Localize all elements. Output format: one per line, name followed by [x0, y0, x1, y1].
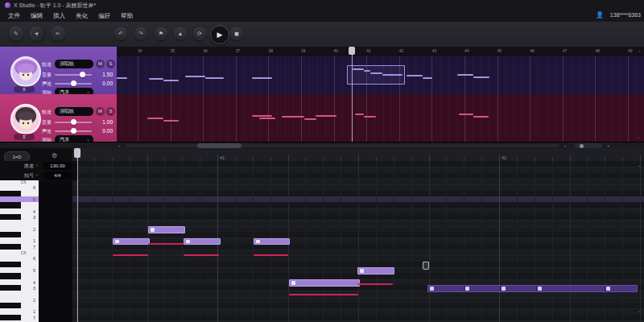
note[interactable]	[289, 279, 360, 287]
note-separator	[536, 286, 537, 291]
pan-knob[interactable]	[71, 80, 76, 86]
note-selected[interactable]	[427, 285, 638, 292]
user-account[interactable]: 138****6363	[610, 12, 641, 18]
playhead-handle[interactable]	[349, 47, 355, 55]
piano-roll-ruler[interactable]: 4142	[72, 148, 644, 162]
undo-button[interactable]: ↶	[114, 27, 127, 40]
select-tool-button[interactable]: ➤	[27, 23, 47, 43]
tempo-value[interactable]: 130.00	[43, 162, 72, 170]
menu-item-6[interactable]: 帮助	[121, 12, 133, 20]
solo-button[interactable]: S	[106, 60, 115, 68]
menu-item-2[interactable]: 编辑	[31, 12, 43, 20]
track2-overview[interactable]	[117, 94, 644, 142]
menu-item-5[interactable]: 偏好	[98, 12, 110, 20]
grid-line	[538, 94, 539, 142]
lyric-chip	[151, 228, 155, 232]
playhead-handle[interactable]	[74, 148, 80, 158]
loop-button[interactable]: ⟳	[193, 27, 206, 40]
note[interactable]	[184, 238, 221, 246]
tempo-row: 曲速 ‹ 130.00	[0, 161, 78, 171]
ruler-tick	[429, 155, 430, 161]
track-type-dropdown[interactable]: 演唱轨	[55, 107, 93, 116]
track-avatar[interactable]	[10, 56, 41, 87]
track-collapse-button[interactable]: ≡	[14, 134, 35, 140]
piano-roll: 4142 C66543217C56543217C4 1=D ⚙ 曲速 ‹ 130…	[0, 148, 644, 322]
solo-button[interactable]: S	[106, 107, 115, 116]
mute-button[interactable]: M	[96, 107, 105, 116]
pencil-tool-button[interactable]: ✎	[9, 27, 23, 41]
grid-line	[571, 56, 572, 94]
grid-line	[171, 56, 171, 94]
key-number: 1	[26, 309, 35, 314]
lyric-chip	[186, 240, 190, 244]
note[interactable]	[148, 226, 185, 233]
grid-line	[171, 94, 171, 142]
overview-note	[163, 120, 179, 122]
overview-ruler[interactable]: 34353637383940414243444546474849	[117, 47, 644, 56]
note[interactable]	[357, 267, 394, 275]
track1-header: ≡轨道演唱轨MS音量1.50声道0.00混响汽水⌄	[0, 47, 117, 95]
overview-note	[282, 116, 304, 118]
volume-slider[interactable]	[55, 74, 92, 76]
overview-note	[316, 115, 336, 117]
section-marker-icon[interactable]	[423, 262, 429, 270]
grid-line	[535, 161, 535, 322]
grid-line	[374, 94, 375, 142]
note[interactable]	[113, 238, 150, 246]
key-number: 6	[26, 256, 35, 261]
menu-item-4[interactable]: 美化	[76, 12, 88, 20]
grid-line	[595, 56, 596, 94]
metronome-button[interactable]: ▲	[174, 27, 187, 40]
selection-box	[347, 65, 405, 85]
pan-knob[interactable]	[71, 128, 76, 134]
menu-item-1[interactable]: 文件	[8, 12, 20, 20]
gear-icon[interactable]: ⚙	[52, 152, 57, 159]
chevron-left-icon[interactable]: ‹	[36, 172, 38, 177]
scroll-up-icon[interactable]: ⌃	[638, 50, 642, 56]
grid-line	[285, 94, 286, 142]
lyric-chip	[538, 287, 542, 291]
ruler-tick	[217, 155, 218, 161]
volume-label: 音量	[42, 72, 52, 79]
marker-button[interactable]: ⚑	[155, 27, 167, 40]
timesig-value[interactable]: 4/4	[43, 171, 72, 180]
note[interactable]	[254, 238, 290, 246]
scroll-down-icon[interactable]: ⌄	[638, 308, 642, 313]
grid-line	[138, 94, 138, 142]
track-avatar[interactable]	[10, 104, 41, 134]
track-collapse-button[interactable]: ≡	[14, 86, 35, 93]
grid-line	[342, 56, 343, 94]
track1-overview[interactable]	[117, 56, 644, 94]
redo-button[interactable]: ↷	[134, 27, 147, 40]
grid-line	[391, 94, 392, 142]
grid-line	[146, 94, 147, 142]
menu-item-3[interactable]: 插入	[53, 12, 65, 20]
key-number: 1	[26, 238, 35, 243]
split-tool-button[interactable]: ✂	[51, 27, 65, 41]
grid-line	[235, 161, 236, 322]
grid-line	[555, 94, 555, 142]
scroll-down-icon[interactable]: ⌄	[638, 134, 642, 139]
grid-line	[138, 56, 138, 94]
zoom-slider-knob[interactable]	[580, 144, 584, 148]
chevron-left-icon[interactable]: ‹	[36, 163, 38, 167]
volume-knob[interactable]	[80, 72, 85, 77]
scrollbar-track[interactable]	[125, 144, 559, 147]
ruler-tick	[147, 155, 148, 161]
note-separator	[500, 286, 501, 291]
measure-number: 45	[497, 48, 502, 53]
volume-knob[interactable]	[71, 119, 76, 125]
scroll-up-icon[interactable]: ⌃	[638, 164, 642, 170]
mute-button[interactable]: M	[96, 60, 105, 68]
grid-line	[211, 94, 212, 142]
piano-roll-grid[interactable]	[72, 161, 644, 322]
grid-line	[579, 56, 580, 94]
piano-keyboard[interactable]: C66543217C56543217C4	[0, 180, 72, 322]
play-button[interactable]: ▶	[210, 25, 229, 44]
overview-note	[185, 76, 205, 77]
stop-button[interactable]: ◼	[230, 27, 243, 40]
grid-line	[547, 94, 547, 142]
track-type-dropdown[interactable]: 演唱轨	[55, 60, 93, 68]
key-number: 4	[26, 209, 35, 214]
grid-line	[285, 56, 286, 94]
